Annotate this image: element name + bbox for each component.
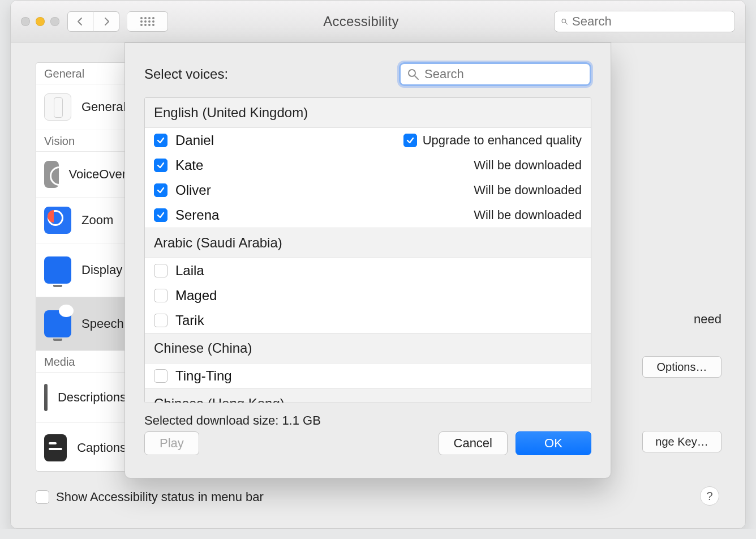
chevron-right-icon bbox=[102, 17, 111, 26]
sidebar-header-media: Media bbox=[36, 351, 134, 373]
category-sidebar: General General Vision VoiceOver Zoom Di… bbox=[36, 62, 135, 472]
back-button[interactable] bbox=[67, 11, 93, 32]
show-status-label: Show Accessibility status in menu bar bbox=[56, 490, 264, 504]
sidebar-item-display[interactable]: Display bbox=[36, 243, 134, 297]
sidebar-item-label: General bbox=[81, 100, 126, 114]
check-icon bbox=[157, 211, 165, 219]
voice-row-laila[interactable]: Laila bbox=[145, 258, 591, 283]
voice-row-maged[interactable]: Maged bbox=[145, 283, 591, 308]
general-icon bbox=[44, 93, 71, 121]
search-icon bbox=[561, 16, 568, 27]
voice-meta: Will be downloaded bbox=[474, 208, 582, 223]
voice-name: Laila bbox=[175, 263, 204, 279]
play-button[interactable]: Play bbox=[144, 431, 199, 455]
section-header: Chinese (China) bbox=[145, 333, 591, 363]
partial-text: need bbox=[694, 312, 721, 327]
voice-row-tarik[interactable]: Tarik bbox=[145, 308, 591, 333]
voice-name: Daniel bbox=[175, 132, 214, 148]
voice-checkbox[interactable] bbox=[154, 314, 167, 327]
show-status-checkbox[interactable] bbox=[36, 490, 49, 504]
voice-checkbox[interactable] bbox=[154, 159, 167, 172]
svg-point-10 bbox=[148, 24, 151, 26]
voice-name: Maged bbox=[175, 288, 217, 303]
sidebar-item-general[interactable]: General bbox=[36, 84, 134, 130]
sidebar-item-speech[interactable]: Speech bbox=[36, 297, 134, 351]
svg-line-15 bbox=[415, 76, 418, 79]
voice-checkbox[interactable] bbox=[154, 134, 167, 147]
show-all-button[interactable] bbox=[127, 11, 168, 32]
section-header: Chinese (Hong Kong) bbox=[145, 388, 591, 403]
voice-name: Tarik bbox=[175, 313, 204, 328]
zoom-window[interactable] bbox=[50, 17, 59, 26]
voice-checkbox[interactable] bbox=[154, 208, 167, 222]
svg-point-5 bbox=[144, 20, 147, 23]
check-icon bbox=[157, 186, 165, 194]
voice-row-tingting[interactable]: Ting-Ting bbox=[145, 363, 591, 388]
grid-icon bbox=[140, 16, 156, 27]
sidebar-item-voiceover[interactable]: VoiceOver bbox=[36, 152, 134, 198]
svg-point-9 bbox=[144, 24, 147, 26]
change-key-button[interactable]: nge Key… bbox=[642, 431, 721, 452]
toolbar-search-input[interactable] bbox=[572, 14, 728, 29]
sheet-search[interactable] bbox=[399, 62, 591, 86]
close-window[interactable] bbox=[21, 17, 30, 26]
voice-checkbox[interactable] bbox=[154, 183, 167, 197]
voice-name: Oliver bbox=[175, 182, 211, 198]
section-header: English (United Kingdom) bbox=[145, 98, 591, 128]
voice-row-daniel[interactable]: Daniel Upgrade to enhanced quality bbox=[145, 128, 591, 153]
svg-point-1 bbox=[144, 17, 147, 19]
voices-list[interactable]: English (United Kingdom) Daniel Upgrade … bbox=[144, 97, 591, 403]
sidebar-item-captions[interactable]: Captions bbox=[36, 423, 134, 472]
voice-name: Kate bbox=[175, 157, 203, 173]
svg-point-3 bbox=[152, 17, 154, 19]
section-header: Arabic (Saudi Arabia) bbox=[145, 228, 591, 258]
voice-row-oliver[interactable]: Oliver Will be downloaded bbox=[145, 178, 591, 203]
sheet-title: Select voices: bbox=[144, 66, 228, 82]
show-status-row: Show Accessibility status in menu bar bbox=[36, 490, 264, 504]
sidebar-item-label: Captions bbox=[77, 440, 126, 455]
sidebar-item-zoom[interactable]: Zoom bbox=[36, 198, 134, 243]
sidebar-header-vision: Vision bbox=[36, 130, 134, 152]
forward-button[interactable] bbox=[93, 11, 119, 32]
check-icon bbox=[406, 136, 414, 144]
cancel-button[interactable]: Cancel bbox=[439, 431, 508, 455]
svg-point-4 bbox=[140, 20, 143, 23]
nav-back-forward bbox=[67, 11, 119, 32]
sidebar-item-label: Speech bbox=[81, 316, 124, 331]
upgrade-label: Upgrade to enhanced quality bbox=[423, 133, 582, 148]
voice-checkbox[interactable] bbox=[154, 264, 167, 277]
sidebar-item-label: Descriptions bbox=[58, 390, 126, 405]
voice-checkbox[interactable] bbox=[154, 369, 167, 383]
minimize-window[interactable] bbox=[36, 17, 45, 26]
chevron-left-icon bbox=[76, 17, 85, 26]
descriptions-icon bbox=[44, 384, 48, 411]
captions-icon bbox=[44, 434, 67, 461]
svg-point-7 bbox=[152, 20, 154, 23]
toolbar-search[interactable] bbox=[554, 11, 735, 32]
voice-row-kate[interactable]: Kate Will be downloaded bbox=[145, 153, 591, 178]
svg-point-0 bbox=[140, 17, 143, 19]
voice-name: Serena bbox=[175, 207, 219, 223]
svg-point-8 bbox=[140, 24, 143, 26]
options-button[interactable]: Options… bbox=[642, 356, 721, 378]
upgrade-checkbox[interactable] bbox=[403, 134, 417, 147]
svg-point-12 bbox=[562, 19, 566, 23]
titlebar: Accessibility bbox=[11, 1, 745, 42]
voice-meta: Will be downloaded bbox=[474, 183, 582, 198]
search-icon bbox=[407, 69, 419, 80]
ok-button[interactable]: OK bbox=[516, 431, 591, 455]
voice-meta: Upgrade to enhanced quality bbox=[403, 133, 582, 148]
sidebar-item-label: Zoom bbox=[81, 213, 113, 228]
sidebar-header-general: General bbox=[36, 63, 134, 84]
voice-row-serena[interactable]: Serena Will be downloaded bbox=[145, 203, 591, 228]
svg-point-14 bbox=[409, 70, 415, 76]
sidebar-item-descriptions[interactable]: Descriptions bbox=[36, 373, 134, 423]
check-icon bbox=[157, 161, 165, 169]
svg-point-11 bbox=[152, 24, 154, 26]
voices-sheet: Select voices: English (United Kingdom) … bbox=[124, 42, 611, 478]
sheet-search-input[interactable] bbox=[424, 67, 583, 82]
help-button[interactable]: ? bbox=[700, 486, 719, 506]
voice-checkbox[interactable] bbox=[154, 289, 167, 302]
grid-icon-button[interactable] bbox=[127, 11, 168, 32]
svg-point-2 bbox=[148, 17, 151, 19]
